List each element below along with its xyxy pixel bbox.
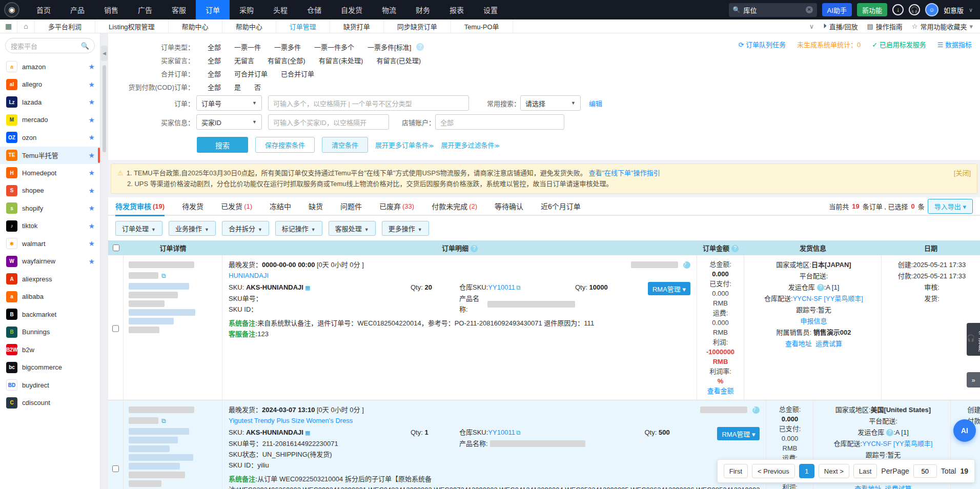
favorite-star-icon[interactable]: ★ xyxy=(88,80,95,89)
status-tab-等待确认[interactable]: 等待确认 xyxy=(495,197,523,215)
open-tab-订单管理[interactable]: 订单管理 xyxy=(276,19,330,33)
clear-search-icon[interactable]: ✕ xyxy=(806,6,813,13)
favorite-star-icon[interactable]: ★ xyxy=(88,169,95,177)
guide-link[interactable]: ▤操作指南 xyxy=(867,22,902,31)
nav-item-订单[interactable]: 订单 xyxy=(196,0,230,19)
favorite-star-icon[interactable]: ★ xyxy=(88,151,95,159)
nav-item-仓储[interactable]: 仓储 xyxy=(297,0,331,19)
app-logo-icon[interactable]: ◉ xyxy=(4,2,19,17)
sidebar-platform-alibaba[interactable]: aalibaba xyxy=(0,288,100,306)
filter-option[interactable]: 有留言(全部) xyxy=(268,55,305,65)
favorite-star-icon[interactable]: ★ xyxy=(88,63,95,71)
filter-option[interactable]: 否 xyxy=(254,82,261,92)
declare-info-link[interactable]: 申报信息 xyxy=(800,317,827,325)
action-button-客服处理[interactable]: 客服处理▼ xyxy=(329,221,376,236)
status-tab-问题件[interactable]: 问题件 xyxy=(340,197,362,215)
sidebar-platform-Temu半托管[interactable]: TETemu半托管★ xyxy=(0,147,100,165)
favorite-star-icon[interactable]: ★ xyxy=(88,98,95,106)
current-page-button[interactable]: 1 xyxy=(799,464,814,478)
status-tab-已发货[interactable]: 已发货(1) xyxy=(221,197,252,215)
filter-option[interactable]: 是 xyxy=(234,82,241,92)
status-tab-待发货[interactable]: 待发货 xyxy=(182,197,203,215)
nav-item-设置[interactable]: 设置 xyxy=(474,0,507,19)
product-link[interactable]: Yigutest Trendy Plus Size Women's Dress xyxy=(229,417,353,424)
nav-item-采购[interactable]: 采购 xyxy=(230,0,263,19)
favorite-star-icon[interactable]: ★ xyxy=(88,257,95,266)
open-tab-缺货打单[interactable]: 缺货打单 xyxy=(330,19,384,33)
action-button-标记操作[interactable]: 标记操作▼ xyxy=(275,221,322,236)
new-features-button[interactable]: 新功能 xyxy=(857,3,887,16)
headset-icon[interactable]: 🎧 xyxy=(909,4,920,15)
favorites-link[interactable]: ☆常用功能收藏夹▾ xyxy=(912,22,973,31)
nav-item-自发货[interactable]: 自发货 xyxy=(331,0,372,19)
clear-conditions-button[interactable]: 清空条件 xyxy=(322,137,368,153)
nav-item-头程[interactable]: 头程 xyxy=(263,0,297,19)
sidebar-platform-walmart[interactable]: ✱walmart★ xyxy=(0,235,100,253)
copy-icon[interactable]: ⧉ xyxy=(516,429,521,436)
open-tab-Listing权限管理[interactable]: Listing权限管理 xyxy=(95,19,169,33)
sidebar-platform-allegro[interactable]: alallegro★ xyxy=(0,76,100,94)
nav-item-物流[interactable]: 物流 xyxy=(372,0,406,19)
copy-icon[interactable]: ⧉ xyxy=(161,272,166,279)
download-icon[interactable]: ↓ xyxy=(892,4,904,15)
import-export-button[interactable]: 导入导出 ▾ xyxy=(928,199,973,214)
filter-option[interactable]: 全部 xyxy=(208,69,221,78)
open-tab-多平台利润[interactable]: 多平台利润 xyxy=(35,19,95,33)
filter-option[interactable]: 已合并订单 xyxy=(281,69,314,78)
status-tab-已废弃[interactable]: 已废弃(33) xyxy=(379,197,414,215)
filter-option[interactable]: 有留言(未处理) xyxy=(319,55,363,65)
sidebar-platform-cdiscount[interactable]: Ccdiscount xyxy=(0,394,100,412)
status-tab-冻结中[interactable]: 冻结中 xyxy=(270,197,291,215)
nav-item-广告[interactable]: 广告 xyxy=(128,0,162,19)
sidebar-platform-Bunnings[interactable]: BBunnings xyxy=(0,323,100,341)
search-button[interactable]: 搜索 xyxy=(197,137,248,153)
nav-item-销售[interactable]: 销售 xyxy=(94,0,128,19)
collapse-panel-button[interactable]: » xyxy=(967,372,980,388)
save-search-button[interactable]: 保存搜索条件 xyxy=(255,137,315,153)
sidebar-platform-mercado[interactable]: Mmercado★ xyxy=(0,111,100,129)
freight-estimate-link[interactable]: 运费试算 xyxy=(885,485,912,489)
filter-option[interactable]: 一票多件[标准] xyxy=(368,42,411,52)
open-tab-同步缺货订单[interactable]: 同步缺货订单 xyxy=(384,19,451,33)
status-tab-付款未完成[interactable]: 付款未完成(2) xyxy=(432,197,477,215)
help-icon[interactable]: ? xyxy=(752,406,760,414)
filter-option[interactable]: 无留言 xyxy=(234,55,254,65)
collapse-sidebar-handle[interactable]: ◀ xyxy=(101,46,108,61)
order-type-select[interactable]: 订单号▼ xyxy=(196,95,262,111)
unsynced-orders-stat[interactable]: 未生成系统单统计：0 xyxy=(797,39,861,49)
favorite-star-icon[interactable]: ★ xyxy=(88,222,95,230)
next-page-button[interactable]: Next > xyxy=(819,464,849,478)
help-icon[interactable]: ? xyxy=(683,261,690,269)
status-tab-近6个月订单[interactable]: 近6个月订单 xyxy=(541,197,581,215)
filter-option[interactable]: 有留言(已处理) xyxy=(376,55,421,65)
sidebar-platform-tiktok[interactable]: ♪tiktok★ xyxy=(0,217,100,235)
nav-item-财务[interactable]: 财务 xyxy=(406,0,440,19)
view-address-link[interactable]: 查看地址 xyxy=(854,485,881,489)
nav-item-产品[interactable]: 产品 xyxy=(60,0,94,19)
sidebar-platform-b2w[interactable]: B2Wb2w xyxy=(0,341,100,359)
more-filter-conditions-link[interactable]: 展开更多过滤条件≫ xyxy=(441,140,500,150)
nav-item-报表[interactable]: 报表 xyxy=(440,0,474,19)
apps-grid-icon[interactable]: ▦ xyxy=(0,19,17,33)
filter-option[interactable]: 一票一件 xyxy=(234,42,261,52)
action-button-业务操作[interactable]: 业务操作▼ xyxy=(169,221,216,236)
home-icon[interactable]: ⌂ xyxy=(17,19,35,33)
sidebar-platform-ozon[interactable]: OZozon★ xyxy=(0,129,100,147)
action-button-合并拆分[interactable]: 合并拆分▼ xyxy=(222,221,269,236)
buyer-id-input[interactable]: 可输入多个买家ID，以空格隔开 xyxy=(268,114,389,130)
warehouse-delivery-link[interactable]: YYCN-SF [YY菜鸟顺丰] xyxy=(793,295,863,302)
favorite-star-icon[interactable]: ★ xyxy=(88,116,95,124)
more-order-conditions-link[interactable]: 展开更多订单条件≫ xyxy=(375,140,434,150)
copy-icon[interactable]: ⧉ xyxy=(516,284,521,291)
online-order-guide-link[interactable]: 查看"在线下单"操作指引 xyxy=(588,169,660,177)
filter-option[interactable]: 一票多件 xyxy=(274,42,301,52)
open-tab-Temu-PO单[interactable]: Temu-PO单 xyxy=(451,19,513,33)
order-queue-tasks-link[interactable]: ⟳ 订单队列任务 xyxy=(738,39,786,49)
freight-estimate-link[interactable]: 运费试算 xyxy=(815,340,842,348)
perpage-input[interactable] xyxy=(913,464,937,478)
store-account-input[interactable]: 全部 xyxy=(435,114,564,130)
sidebar-platform-shopee[interactable]: Sshopee★ xyxy=(0,182,100,200)
sidebar-platform-backmarket[interactable]: Bbackmarket xyxy=(0,305,100,323)
view-address-link[interactable]: 查看地址 xyxy=(785,340,812,348)
sidebar-platform-buydirect[interactable]: BDbuydirect xyxy=(0,376,100,394)
